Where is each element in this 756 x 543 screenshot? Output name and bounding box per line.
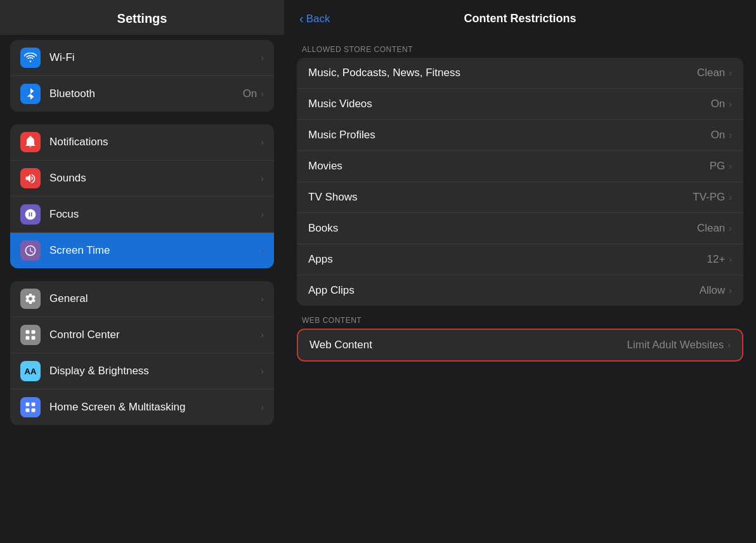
notifications-label: Notifications xyxy=(49,136,261,148)
web-content-value: Limit Adult Websites xyxy=(627,339,724,351)
music-podcasts-value: Clean xyxy=(697,67,725,79)
wifi-icon xyxy=(20,48,41,68)
displaybrightness-icon: AA xyxy=(20,361,41,381)
focus-chevron: › xyxy=(261,209,264,219)
sounds-icon xyxy=(20,168,41,188)
settings-group-network: Wi-Fi › Bluetooth On › xyxy=(10,40,274,112)
music-podcasts-chevron: › xyxy=(729,68,732,78)
svg-rect-7 xyxy=(32,409,36,412)
books-value: Clean xyxy=(697,222,725,235)
app-clips-chevron: › xyxy=(729,285,732,296)
music-videos-value: On xyxy=(711,98,726,110)
back-button[interactable]: ‹ Back xyxy=(299,11,330,26)
sidebar-item-focus[interactable]: Focus › xyxy=(10,197,274,233)
row-music-videos[interactable]: Music Videos On › xyxy=(297,89,743,120)
web-content-label: Web Content xyxy=(310,339,627,351)
app-clips-label: App Clips xyxy=(308,284,700,297)
bluetooth-value: On xyxy=(243,88,257,100)
music-videos-label: Music Videos xyxy=(308,98,711,110)
back-chevron-icon: ‹ xyxy=(299,11,304,26)
svg-rect-6 xyxy=(26,409,30,412)
bluetooth-label: Bluetooth xyxy=(49,88,243,100)
settings-group-notifications: Notifications › Sounds › Focus › xyxy=(10,124,274,268)
general-label: General xyxy=(49,292,261,305)
svg-rect-0 xyxy=(26,330,30,334)
sidebar-item-wifi[interactable]: Wi-Fi › xyxy=(10,40,274,76)
tv-shows-chevron: › xyxy=(729,192,732,202)
books-chevron: › xyxy=(729,223,732,233)
focus-icon xyxy=(20,204,41,225)
sidebar-item-displaybrightness[interactable]: AA Display & Brightness › xyxy=(10,353,274,389)
screentime-icon xyxy=(20,240,41,261)
sounds-chevron: › xyxy=(261,173,264,183)
sidebar-item-controlcenter[interactable]: Control Center › xyxy=(10,317,274,353)
sidebar-title: Settings xyxy=(0,0,284,35)
homescreen-icon xyxy=(20,397,41,417)
row-tv-shows[interactable]: TV Shows TV-PG › xyxy=(297,182,743,213)
settings-group-general: General › Control Center › AA Display & … xyxy=(10,281,274,425)
controlcenter-label: Control Center xyxy=(49,329,261,341)
allowed-store-content-group: Music, Podcasts, News, Fitness Clean › M… xyxy=(297,58,743,306)
row-music-profiles[interactable]: Music Profiles On › xyxy=(297,120,743,151)
music-profiles-label: Music Profiles xyxy=(308,129,711,141)
sidebar-item-general[interactable]: General › xyxy=(10,281,274,317)
svg-rect-5 xyxy=(32,403,36,407)
sidebar-item-sounds[interactable]: Sounds › xyxy=(10,160,274,197)
focus-label: Focus xyxy=(49,208,261,221)
apps-value: 12+ xyxy=(707,253,725,266)
main-panel: ‹ Back Content Restrictions ALLOWED STOR… xyxy=(284,0,756,543)
row-movies[interactable]: Movies PG › xyxy=(297,151,743,182)
svg-rect-2 xyxy=(26,336,30,340)
controlcenter-chevron: › xyxy=(261,330,264,340)
notifications-chevron: › xyxy=(261,137,264,147)
web-content-group: Web Content Limit Adult Websites › xyxy=(297,329,743,362)
wifi-label: Wi-Fi xyxy=(49,51,261,64)
general-chevron: › xyxy=(261,294,264,304)
row-music-podcasts[interactable]: Music, Podcasts, News, Fitness Clean › xyxy=(297,58,743,89)
sidebar-item-homescreen[interactable]: Home Screen & Multitasking › xyxy=(10,389,274,425)
notifications-icon xyxy=(20,132,41,152)
main-title: Content Restrictions xyxy=(464,12,576,25)
music-videos-chevron: › xyxy=(729,99,732,109)
sounds-label: Sounds xyxy=(49,172,261,185)
apps-label: Apps xyxy=(308,253,707,266)
sidebar: Settings Wi-Fi › Bluetooth On › xyxy=(0,0,284,543)
section-label-web-content: WEB CONTENT xyxy=(302,316,738,325)
books-label: Books xyxy=(308,222,697,235)
sidebar-item-notifications[interactable]: Notifications › xyxy=(10,124,274,160)
movies-chevron: › xyxy=(729,161,732,171)
bluetooth-icon xyxy=(20,84,41,104)
sidebar-item-screentime[interactable]: Screen Time › xyxy=(10,233,274,268)
row-web-content[interactable]: Web Content Limit Adult Websites › xyxy=(298,330,742,360)
svg-rect-1 xyxy=(32,330,36,334)
main-header: ‹ Back Content Restrictions xyxy=(284,0,756,35)
wifi-chevron: › xyxy=(261,53,264,63)
row-app-clips[interactable]: App Clips Allow › xyxy=(297,275,743,306)
homescreen-label: Home Screen & Multitasking xyxy=(49,401,261,414)
apps-chevron: › xyxy=(729,254,732,265)
movies-value: PG xyxy=(710,160,726,173)
displaybrightness-label: Display & Brightness xyxy=(49,365,261,377)
screentime-label: Screen Time xyxy=(49,244,261,257)
movies-label: Movies xyxy=(308,160,710,173)
app-clips-value: Allow xyxy=(700,284,726,297)
general-icon xyxy=(20,289,41,309)
content-area: ALLOWED STORE CONTENT Music, Podcasts, N… xyxy=(284,35,756,379)
section-label-allowed-store: ALLOWED STORE CONTENT xyxy=(302,45,738,54)
sidebar-item-bluetooth[interactable]: Bluetooth On › xyxy=(10,76,274,112)
displaybrightness-chevron: › xyxy=(261,366,264,376)
row-apps[interactable]: Apps 12+ › xyxy=(297,244,743,275)
row-books[interactable]: Books Clean › xyxy=(297,213,743,244)
bluetooth-chevron: › xyxy=(261,89,264,99)
tv-shows-label: TV Shows xyxy=(308,191,693,204)
homescreen-chevron: › xyxy=(261,402,264,412)
music-podcasts-label: Music, Podcasts, News, Fitness xyxy=(308,67,697,79)
svg-rect-3 xyxy=(32,336,36,340)
tv-shows-value: TV-PG xyxy=(693,191,725,204)
screentime-chevron: › xyxy=(261,245,264,256)
music-profiles-value: On xyxy=(711,129,726,141)
web-content-chevron: › xyxy=(727,340,731,350)
controlcenter-icon xyxy=(20,325,41,345)
svg-rect-4 xyxy=(26,403,30,407)
music-profiles-chevron: › xyxy=(729,130,732,140)
